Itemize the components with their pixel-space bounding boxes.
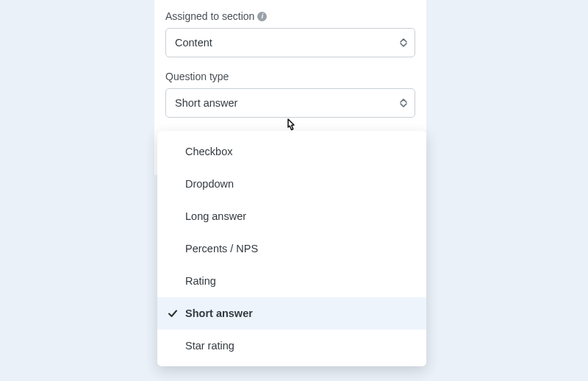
dropdown-option-label: Checkbox bbox=[185, 146, 232, 157]
dropdown-option[interactable]: Checkbox bbox=[157, 135, 426, 168]
dropdown-option-label: Short answer bbox=[185, 307, 253, 319]
question-type-select[interactable]: Short answer bbox=[165, 88, 415, 118]
assigned-section-value: Content bbox=[175, 37, 212, 49]
question-type-label: Question type bbox=[165, 71, 229, 82]
question-type-field: Question type Short answer bbox=[165, 71, 415, 118]
dropdown-option-label: Long answer bbox=[185, 210, 246, 222]
dropdown-option-label: Dropdown bbox=[185, 178, 234, 190]
question-type-dropdown: CheckboxDropdownLong answerPercents / NP… bbox=[157, 131, 426, 366]
dropdown-option[interactable]: Percents / NPS bbox=[157, 232, 426, 265]
dropdown-option[interactable]: Short answer bbox=[157, 297, 426, 330]
dropdown-option[interactable]: Long answer bbox=[157, 200, 426, 232]
question-type-label-row: Question type bbox=[165, 71, 415, 82]
assigned-section-field: Assigned to section i Content bbox=[165, 10, 415, 57]
assigned-section-label: Assigned to section bbox=[165, 10, 254, 22]
assigned-section-label-row: Assigned to section i bbox=[165, 10, 415, 22]
dropdown-option[interactable]: Star rating bbox=[157, 330, 426, 362]
check-slot bbox=[168, 308, 185, 318]
dropdown-option[interactable]: Rating bbox=[157, 265, 426, 297]
dropdown-option[interactable]: Dropdown bbox=[157, 168, 426, 200]
dropdown-option-label: Percents / NPS bbox=[185, 243, 258, 254]
info-icon[interactable]: i bbox=[257, 12, 267, 21]
select-arrows-icon bbox=[400, 99, 407, 107]
assigned-section-select[interactable]: Content bbox=[165, 28, 415, 57]
question-type-value: Short answer bbox=[175, 97, 237, 109]
dropdown-option-label: Rating bbox=[185, 275, 216, 287]
select-arrows-icon bbox=[400, 38, 407, 47]
dropdown-option-label: Star rating bbox=[185, 340, 234, 352]
check-icon bbox=[168, 308, 178, 318]
